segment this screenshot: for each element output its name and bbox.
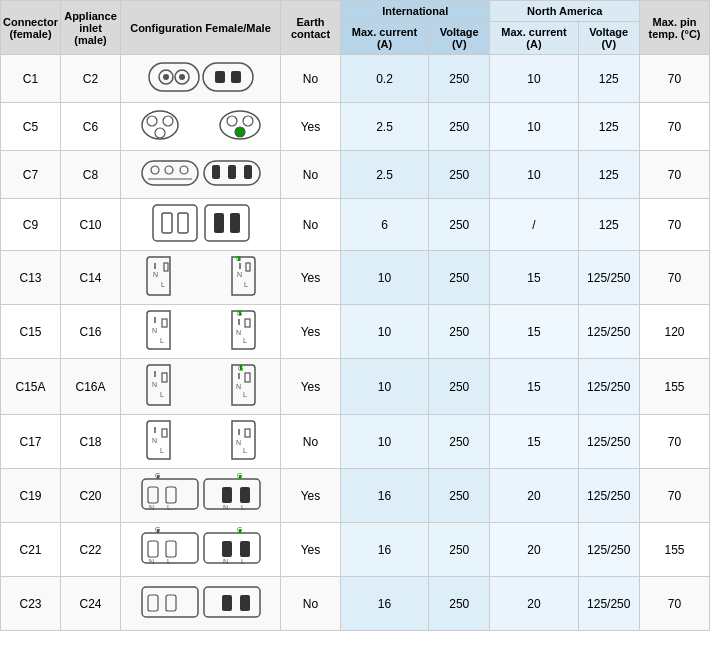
config-cell [121,103,281,151]
header-na-volt: Voltage (V) [578,22,639,55]
header-intl-volt: Voltage (V) [429,22,490,55]
max-pin-cell: 70 [640,151,710,199]
max-pin-cell: 70 [640,469,710,523]
na-curr-cell: 15 [490,359,578,415]
intl-curr-cell: 2.5 [341,103,429,151]
svg-text:G: G [155,473,160,479]
svg-text:N: N [152,437,157,444]
svg-text:L: L [241,558,245,565]
appliance-cell: C16A [61,359,121,415]
svg-rect-26 [162,213,172,233]
connector-cell: C7 [1,151,61,199]
svg-rect-27 [178,213,188,233]
svg-text:N: N [149,504,154,511]
svg-point-3 [163,74,169,80]
svg-text:G: G [238,365,243,372]
header-config: Configuration Female/Male [121,1,281,55]
svg-rect-29 [214,213,224,233]
svg-rect-102 [240,595,250,611]
svg-rect-23 [228,165,236,179]
earth-cell: No [281,151,341,199]
connector-cell: C19 [1,469,61,523]
intl-volt-cell: 250 [429,151,490,199]
connector-cell: C17 [1,415,61,469]
svg-rect-74 [166,487,176,503]
svg-text:N: N [236,439,241,446]
svg-rect-7 [231,71,241,83]
svg-text:L: L [160,337,164,344]
svg-text:N: N [236,329,241,336]
svg-rect-98 [148,595,158,611]
svg-text:N: N [223,558,228,565]
header-maxpin: Max. pin temp. (°C) [640,1,710,55]
svg-point-8 [142,111,178,139]
svg-point-15 [235,127,245,137]
header-na-curr: Max. current (A) [490,22,578,55]
connector-cell: C5 [1,103,61,151]
config-cell: G N L G N L [121,469,281,523]
intl-volt-cell: 250 [429,103,490,151]
intl-curr-cell: 0.2 [341,55,429,103]
max-pin-cell: 70 [640,55,710,103]
svg-text:L: L [243,447,247,454]
intl-curr-cell: 10 [341,415,429,469]
svg-rect-43 [162,319,167,327]
earth-cell: Yes [281,103,341,151]
connector-cell: C9 [1,199,61,251]
svg-text:L: L [160,391,164,398]
config-cell [121,577,281,631]
svg-point-4 [179,74,185,80]
earth-cell: No [281,199,341,251]
appliance-cell: C24 [61,577,121,631]
intl-curr-cell: 16 [341,577,429,631]
earth-cell: Yes [281,523,341,577]
config-cell: N L N L G [121,305,281,359]
svg-text:N: N [237,271,242,278]
intl-curr-cell: 16 [341,523,429,577]
svg-rect-93 [222,541,232,557]
svg-rect-72 [148,487,158,503]
max-pin-cell: 70 [640,199,710,251]
na-volt-cell: 125 [578,55,639,103]
svg-text:G: G [236,255,241,262]
earth-cell: Yes [281,305,341,359]
svg-text:N: N [149,558,154,565]
appliance-cell: C22 [61,523,121,577]
config-cell [121,151,281,199]
svg-rect-88 [166,541,176,557]
max-pin-cell: 120 [640,305,710,359]
svg-rect-6 [215,71,225,83]
na-curr-cell: 20 [490,469,578,523]
svg-point-17 [151,166,159,174]
intl-curr-cell: 16 [341,469,429,523]
svg-text:L: L [243,391,247,398]
svg-text:N: N [152,381,157,388]
header-appliance: Appliance inlet (male) [61,1,121,55]
svg-text:L: L [161,281,165,288]
svg-rect-25 [153,205,197,241]
intl-volt-cell: 250 [429,577,490,631]
connector-cell: C13 [1,251,61,305]
intl-volt-cell: 250 [429,415,490,469]
svg-rect-37 [246,263,250,271]
header-intl-group: International [341,1,490,22]
na-volt-cell: 125/250 [578,359,639,415]
svg-text:L: L [241,504,245,511]
svg-text:L: L [160,447,164,454]
appliance-cell: C2 [61,55,121,103]
intl-volt-cell: 250 [429,359,490,415]
svg-point-10 [163,116,173,126]
max-pin-cell: 70 [640,103,710,151]
na-curr-cell: 15 [490,305,578,359]
svg-point-19 [180,166,188,174]
na-curr-cell: 15 [490,415,578,469]
svg-text:G: G [237,310,242,317]
svg-point-11 [155,128,165,138]
svg-text:N: N [152,327,157,334]
svg-point-18 [165,166,173,174]
svg-rect-86 [148,541,158,557]
intl-curr-cell: 2.5 [341,151,429,199]
na-volt-cell: 125/250 [578,469,639,523]
na-curr-cell: 10 [490,151,578,199]
earth-cell: Yes [281,251,341,305]
